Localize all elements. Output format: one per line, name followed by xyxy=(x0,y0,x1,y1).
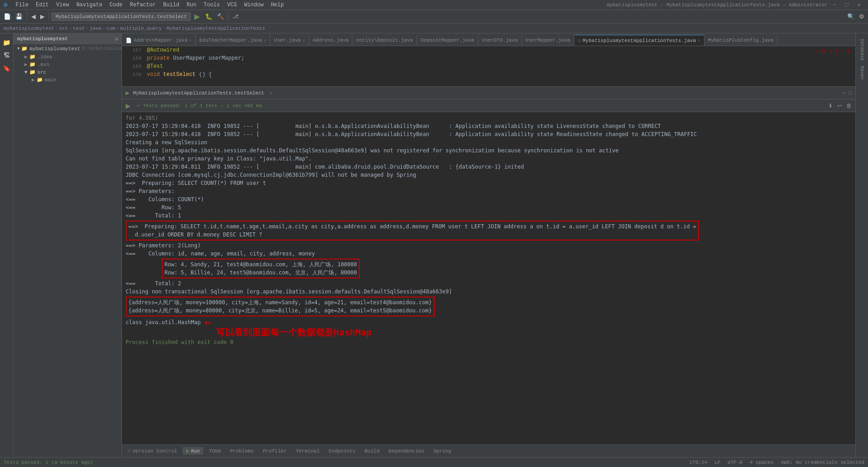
bottom-tab-endpoints[interactable]: Endpoints xyxy=(325,448,359,455)
bottom-tab-build[interactable]: Build xyxy=(361,448,383,455)
tab-usermapper[interactable]: UserMapper.java xyxy=(522,35,574,46)
run-minimize[interactable]: ─ xyxy=(842,90,845,96)
annotation-label: 可以看到里面每一个数据都是HashMap xyxy=(216,328,852,336)
console-line-10: ==> Parameters: xyxy=(126,187,852,195)
close-btn[interactable]: ✕ xyxy=(854,1,864,8)
toggle-wrap-btn[interactable]: ↩ xyxy=(835,102,844,110)
forward-btn[interactable]: ▶ xyxy=(38,12,47,21)
tab-close-1[interactable]: ✕ xyxy=(264,38,266,43)
tab-close-8[interactable]: ✕ xyxy=(698,38,700,43)
bottom-tab-run[interactable]: ▶ Run xyxy=(183,447,203,455)
line-num-170: 170 xyxy=(126,72,141,77)
arrow-annotation: ← xyxy=(204,318,211,326)
sql-query-box: ==> Preparing: SELECT t.id,t.name,t.age,… xyxy=(126,221,699,241)
tab-eduteacher[interactable]: EduTeacherMapper.java ✕ xyxy=(196,35,270,46)
menu-edit[interactable]: Edit xyxy=(33,2,52,8)
git-btn[interactable]: ⎇ xyxy=(231,13,240,20)
menu-file[interactable]: File xyxy=(13,2,31,8)
console-line-8: JDBC Connection [com.mysql.cj.jdbc.Conne… xyxy=(126,171,852,179)
console-line-9: ==> Preparing: SELECT COUNT(*) FROM user… xyxy=(126,179,852,187)
mvn-label: .mvn xyxy=(38,62,49,67)
breadcrumb-java[interactable]: java xyxy=(89,26,101,31)
breadcrumb-com[interactable]: com xyxy=(106,26,115,31)
annotation-text: @Autowired xyxy=(147,47,179,53)
breadcrumb-test[interactable]: test xyxy=(73,26,84,31)
breadcrumb-project[interactable]: mybatisplusmytest xyxy=(4,26,54,31)
tab-deposit[interactable]: entity\Deposit.java xyxy=(352,35,417,46)
maximize-btn[interactable]: □ xyxy=(842,2,852,8)
run-btn[interactable]: ▶ xyxy=(192,11,202,22)
run-close[interactable]: ✕ xyxy=(270,90,273,96)
tab-close-0[interactable]: ✕ xyxy=(189,38,192,43)
main-item[interactable]: ▶📁 main xyxy=(14,76,122,84)
run-expand[interactable]: □ xyxy=(849,90,852,96)
bc-sep-3: › xyxy=(86,26,89,31)
new-file-btn[interactable]: 📄 xyxy=(2,12,13,21)
bottom-tab-spring[interactable]: Spring xyxy=(430,448,455,455)
tab-depositmapper[interactable]: DepositMapper.java xyxy=(417,35,479,46)
idea-item[interactable]: ▶📁 .idea xyxy=(14,53,122,61)
app-window: ⚙ File Edit View Navigate Code Refactor … xyxy=(0,0,868,467)
code-line-170: 170 void testSelect () { xyxy=(122,71,855,79)
settings-btn[interactable]: ⚙ xyxy=(857,12,866,21)
breadcrumb-query[interactable]: multiple_query xyxy=(120,26,162,31)
breadcrumb-class[interactable]: MybatisplusmytestApplicationTests xyxy=(167,26,265,31)
app-logo: ⚙ xyxy=(4,1,7,9)
bottom-tab-deps[interactable]: Dependencies xyxy=(385,448,428,455)
menu-window[interactable]: Window xyxy=(241,2,266,8)
breadcrumb-src[interactable]: src xyxy=(59,26,68,31)
panel-settings-icon[interactable]: ⚙ xyxy=(115,36,118,42)
toolbar-sep-1 xyxy=(27,12,27,21)
project-panel-header: mybatisplusmytest ⚙ xyxy=(14,33,122,44)
project-icon[interactable]: 📁 xyxy=(1,37,12,48)
console-exit: Process finished with exit code 0 xyxy=(126,338,852,346)
tab-close-2[interactable]: ✕ xyxy=(303,38,305,43)
idea-label: .idea xyxy=(38,54,52,60)
run-config: MybatisplusmytestApplicationTests.testSe… xyxy=(52,13,191,21)
maven-icon[interactable]: Maven xyxy=(858,64,866,81)
run-console[interactable]: for 4.385) 2023-07-17 15:29:04.418 INFO … xyxy=(122,112,855,444)
debug-btn[interactable]: 🐛 xyxy=(203,12,214,21)
menu-run[interactable]: Run xyxy=(184,2,199,8)
bookmark-icon[interactable]: 🔖 xyxy=(1,63,12,74)
scroll-end-btn[interactable]: ⬇ xyxy=(826,102,835,110)
menu-code[interactable]: Code xyxy=(107,2,125,8)
tab-addressmapper[interactable]: 📄 AddressMapper.java ✕ xyxy=(122,35,196,46)
menu-navigate[interactable]: Navigate xyxy=(74,2,105,8)
mvn-item[interactable]: ▶📁 .mvn xyxy=(14,61,122,68)
tab-mybatisconfig[interactable]: MybatisPlusConfig.java xyxy=(704,35,778,46)
src-item[interactable]: ▼📁 src xyxy=(14,68,122,76)
tab-address[interactable]: Address.java xyxy=(309,35,352,46)
back-btn[interactable]: ◀ xyxy=(29,12,38,21)
minimize-btn[interactable]: ─ xyxy=(829,2,840,8)
menu-vcs[interactable]: VCS xyxy=(225,2,240,8)
hashmap-line-wrapper: class java.util.HashMap ← xyxy=(126,318,852,326)
database-icon[interactable]: Database xyxy=(858,37,866,62)
project-root-item[interactable]: ▼ 📁 mybatisplusmytest E:\mybatisplusmyte… xyxy=(14,44,122,53)
menu-build[interactable]: Build xyxy=(160,2,182,8)
structure-icon[interactable]: 🏗 xyxy=(2,50,12,61)
tab-user[interactable]: User.java ✕ xyxy=(270,35,309,46)
bottom-tab-vcs[interactable]: ⑂ Version Control xyxy=(124,448,181,455)
bottom-tab-terminal[interactable]: Terminal xyxy=(292,448,324,455)
build-btn[interactable]: 🔨 xyxy=(215,12,226,21)
right-sidebar: Database Maven xyxy=(855,33,868,457)
bottom-tab-todo[interactable]: TODO xyxy=(205,448,224,455)
save-btn[interactable]: 💾 xyxy=(14,12,24,21)
tab-main-test[interactable]: ☑ MybatisplusmytestApplicationTests.java… xyxy=(574,35,704,46)
console-line-5: SqlSession [org.apache.ibatis.session.de… xyxy=(126,146,852,155)
menu-tools[interactable]: Tools xyxy=(201,2,223,8)
console-line-16: ==> Parameters: 2(Long) xyxy=(126,241,852,250)
run-tab-icon: ▶ xyxy=(186,448,189,454)
console-line-14: ==> Preparing: SELECT t.id,t.name,t.age,… xyxy=(128,222,696,231)
rerun-btn[interactable]: ▶ xyxy=(124,101,132,110)
search-everywhere-btn[interactable]: 🔍 xyxy=(845,12,856,21)
code-line-167: 167 @Autowired xyxy=(122,46,855,54)
bottom-tab-problems[interactable]: Problems xyxy=(226,448,258,455)
menu-refactor[interactable]: Refactor xyxy=(127,2,159,8)
clear-btn[interactable]: 🗑 xyxy=(845,102,854,110)
menu-help[interactable]: Help xyxy=(268,2,286,8)
menu-view[interactable]: View xyxy=(53,2,72,8)
bottom-tab-profiler[interactable]: Profiler xyxy=(259,448,291,455)
tab-userdto[interactable]: UserDTO.java xyxy=(479,35,522,46)
